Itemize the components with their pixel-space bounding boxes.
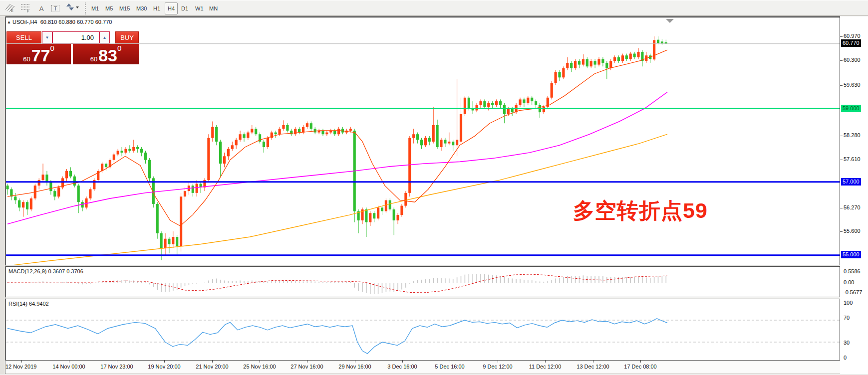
- time-tick: [260, 361, 260, 363]
- price-level-badge: 55.000: [841, 251, 861, 258]
- time-tick: [402, 361, 403, 363]
- arrows-icon[interactable]: [65, 2, 82, 14]
- one-click-trade-panel: SELL ▼ ▲ BUY 60 77 0 60 83 0: [6, 31, 139, 64]
- price-tick-dash: [840, 85, 843, 86]
- price-tick-label: 55.600: [844, 228, 861, 234]
- time-label: 17 Dec 08:00: [624, 364, 656, 370]
- timeframe-button-h1[interactable]: H1: [151, 2, 163, 14]
- rsi-label: RSI(14) 64.9402: [8, 301, 49, 307]
- buy-point: 0: [117, 45, 121, 51]
- sell-point: 0: [50, 45, 54, 51]
- price-tick-label: 57.610: [844, 156, 861, 162]
- sell-price-box[interactable]: 60 77 0: [6, 44, 71, 64]
- volume-increase-button[interactable]: ▲: [99, 31, 110, 43]
- time-tick: [307, 361, 307, 363]
- svg-text:E: E: [11, 9, 13, 12]
- time-tick: [545, 361, 546, 363]
- buy-big-figure: 60: [90, 55, 97, 63]
- trading-terminal: E F A T M1M5M15M30H1H4D1W1MN ▲ USOil-,H4…: [0, 0, 868, 375]
- rsi-tick-label: 30: [844, 340, 850, 346]
- price-tick-dash: [840, 208, 843, 208]
- volume-decrease-button[interactable]: ▼: [42, 31, 52, 43]
- ohlc-values: 60.810 60.880 60.770 60.770: [40, 19, 112, 25]
- time-label: 14 Nov 00:00: [52, 364, 85, 370]
- sell-button[interactable]: SELL: [6, 31, 41, 43]
- price-tick-label: 58.280: [844, 132, 861, 138]
- sell-big-figure: 60: [23, 55, 30, 63]
- time-tick: [640, 361, 641, 363]
- timeframe-button-h4[interactable]: H4: [165, 2, 178, 14]
- time-label: 9 Dec 12:00: [483, 364, 512, 370]
- rsi-tick-label: 70: [844, 315, 850, 321]
- price-tick-dash: [840, 36, 843, 37]
- time-tick: [593, 361, 593, 363]
- symbol-collapse-icon[interactable]: ▲: [7, 20, 11, 24]
- text-icon[interactable]: A: [35, 2, 48, 14]
- time-tick: [21, 361, 22, 363]
- price-tick-label: 56.270: [844, 204, 861, 210]
- time-tick: [450, 361, 450, 363]
- toolbar-separator: [85, 2, 87, 14]
- time-axis[interactable]: 12 Nov 201914 Nov 00:0017 Nov 23:0019 No…: [5, 361, 840, 374]
- rsi-chart: [6, 299, 840, 360]
- price-level-badge: 57.000: [841, 178, 861, 186]
- price-tick-label: 60.970: [844, 33, 861, 39]
- timeframe-button-m1[interactable]: M1: [89, 2, 101, 14]
- macd-tick-label: -0.5677: [844, 289, 862, 295]
- macd-panel[interactable]: MACD(12,26,9) 0.3607 0.3706: [5, 266, 840, 297]
- time-label: 3 Dec 16:00: [387, 364, 417, 370]
- time-tick: [212, 361, 213, 363]
- time-label: 25 Nov 16:00: [243, 364, 276, 370]
- ellipse-draw-icon[interactable]: E: [4, 2, 17, 14]
- macd-label: MACD(12,26,9) 0.3607 0.3706: [8, 268, 83, 274]
- left-gutter: [0, 16, 5, 374]
- timeframe-button-m30[interactable]: M30: [134, 2, 149, 14]
- time-tick: [117, 361, 117, 363]
- rsi-tick-label: 0: [844, 355, 847, 361]
- volume-input[interactable]: [52, 31, 99, 43]
- price-tick-dash: [840, 136, 843, 136]
- time-tick: [164, 361, 165, 363]
- time-label: 17 Nov 23:00: [100, 364, 133, 370]
- time-label: 21 Nov 20:00: [196, 364, 228, 370]
- timeframe-button-w1[interactable]: W1: [193, 2, 206, 14]
- price-tick-dash: [840, 60, 843, 61]
- time-label: 5 Dec 16:00: [435, 364, 464, 370]
- time-label: 19 Nov 20:00: [148, 364, 180, 370]
- price-tick-dash: [840, 160, 843, 160]
- chart-header: ▲ USOil-,H4 60.810 60.880 60.770 60.770: [7, 19, 112, 25]
- price-axis[interactable]: 60.97060.30059.63058.28057.61056.27055.6…: [840, 16, 868, 374]
- timeframe-button-m15[interactable]: M15: [117, 2, 132, 14]
- price-tick-label: 59.630: [844, 82, 861, 88]
- macd-chart: [6, 267, 840, 297]
- sell-pips: 77: [31, 48, 50, 63]
- price-level-badge: 60.770: [841, 39, 861, 47]
- timeframe-button-mn[interactable]: MN: [207, 2, 220, 14]
- price-tick-dash: [840, 231, 843, 232]
- time-label: 13 Dec 12:00: [577, 364, 609, 370]
- time-tick: [69, 361, 69, 363]
- macd-tick-label: 0.00: [844, 279, 854, 285]
- fibonacci-icon[interactable]: F: [20, 2, 33, 14]
- price-tick-label: 60.300: [844, 57, 861, 63]
- symbol-name: USOil-,H4: [12, 19, 37, 25]
- timeframe-button-m5[interactable]: M5: [103, 2, 115, 14]
- timeframe-button-d1[interactable]: D1: [179, 2, 191, 14]
- toolbar: E F A T M1M5M15M30H1H4D1W1MN: [0, 0, 868, 16]
- time-label: 12 Nov 2019: [5, 364, 36, 370]
- price-level-badge: 59.000: [841, 105, 861, 112]
- svg-text:F: F: [27, 9, 29, 12]
- time-label: 27 Nov 16:00: [290, 364, 323, 370]
- buy-pips: 83: [98, 48, 117, 63]
- rsi-panel[interactable]: RSI(14) 64.9402: [5, 299, 840, 361]
- chart-annotation-text: 多空转折点59: [573, 196, 708, 225]
- buy-button[interactable]: BUY: [115, 31, 139, 43]
- macd-tick-label: 0.5586: [844, 268, 861, 274]
- time-tick: [355, 361, 355, 363]
- time-label: 29 Nov 16:00: [338, 364, 371, 370]
- buy-price-box[interactable]: 60 83 0: [73, 44, 139, 64]
- time-label: 11 Dec 12:00: [529, 364, 562, 370]
- time-tick: [498, 361, 498, 363]
- rsi-tick-label: 100: [844, 300, 853, 306]
- text-label-icon[interactable]: T: [49, 2, 62, 14]
